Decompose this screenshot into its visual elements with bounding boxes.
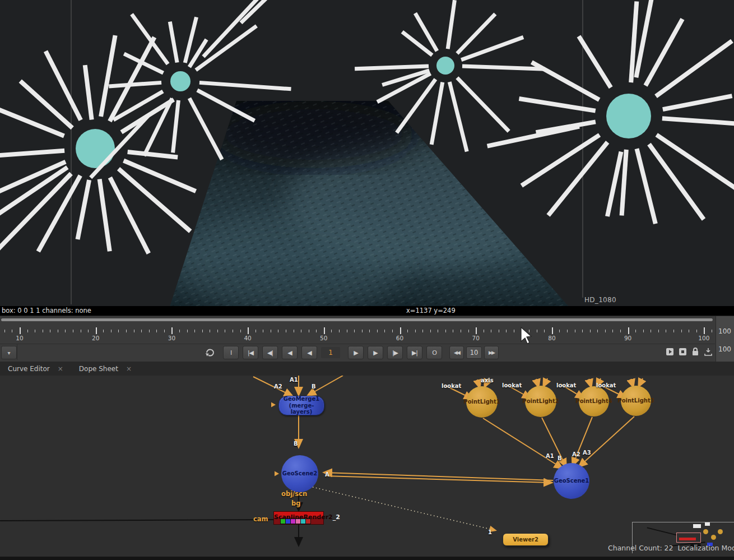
frame-range-button[interactable]: O (426, 346, 442, 359)
minimap-node (705, 522, 710, 526)
mark-in-button[interactable]: I (223, 346, 239, 359)
ruler-tick (134, 330, 134, 332)
timeline-scroll-track[interactable] (0, 317, 715, 322)
ruler-tick (263, 330, 263, 332)
port-label-b: B (312, 383, 316, 390)
tab-label: Curve Editor (8, 365, 50, 373)
node-graph-panel[interactable]: GeoMerge1(merge-layers)GeoScene2GeoScene… (0, 376, 734, 557)
ruler-tick (103, 330, 104, 332)
play-in-viewer-icon[interactable] (666, 348, 674, 356)
decrement-frame-button[interactable]: ◀◀ (449, 346, 464, 359)
ruler-tick (590, 330, 591, 332)
window-bottom-strip (0, 557, 734, 560)
lock-range-icon[interactable] (691, 347, 699, 356)
minimap-view-rect (676, 533, 701, 543)
ruler-tick (506, 330, 507, 332)
ruler-tick (141, 330, 142, 332)
channel-chip (305, 519, 311, 524)
ruler-tick (658, 330, 659, 332)
bbox-channels-readout: box: 0 0 1 1 channels: none (2, 307, 91, 314)
playback-loop-mode-icon[interactable] (204, 348, 217, 358)
ruler-tick (484, 330, 484, 332)
minimap-node (679, 538, 696, 540)
node-label-suffix: _2 (333, 513, 340, 521)
ruler-tick (58, 330, 58, 332)
ruler-tick-label: 90 (624, 335, 631, 341)
ruler-tick (612, 330, 613, 332)
port-label-b: B (294, 441, 298, 447)
goto-end-button[interactable]: ▶| (407, 346, 422, 359)
ruler-tick-label: 30 (168, 335, 175, 341)
status-bar-text: Channel Count: 22 Localization Mode: O (608, 544, 734, 552)
port-label-lookat: lookat (442, 383, 461, 389)
ruler-tick (415, 330, 416, 332)
port-label-a: A (325, 471, 329, 478)
prev-keyframe-button[interactable]: ◀| (262, 346, 278, 359)
play-forward-button[interactable]: ▶ (348, 346, 364, 359)
ruler-tick (126, 330, 127, 332)
tab-dope-sheet[interactable]: Dope Sheet × (71, 362, 140, 376)
ruler-tick (552, 327, 553, 334)
ruler-tick-label: 70 (472, 335, 480, 341)
ruler-tick (362, 330, 363, 332)
input-label-obj-scn: obj/scn (281, 490, 307, 498)
node-pointlight3[interactable]: PointLight3 (621, 386, 651, 416)
ruler-tick (20, 327, 21, 334)
step-forward-button[interactable]: ▶ (368, 346, 383, 359)
close-icon[interactable]: × (58, 365, 63, 373)
node-pointlight1[interactable]: PointLight1 (466, 386, 498, 418)
timeline-scrollbar[interactable] (1, 318, 713, 321)
frame-increment-field[interactable]: 10 (466, 346, 482, 359)
ruler-tick (422, 330, 423, 332)
current-frame-field[interactable]: 1 (321, 347, 340, 358)
node-pointlight4[interactable]: PointLight4 (579, 386, 609, 416)
3d-viewer-panel[interactable]: HD_1080 (0, 0, 734, 306)
close-icon[interactable]: × (126, 365, 132, 373)
ruler-tick (468, 330, 469, 332)
ruler-tick (217, 330, 218, 332)
next-keyframe-button[interactable]: |▶ (387, 346, 403, 359)
node-label: PointLight4 (575, 398, 612, 405)
node-geoscene1[interactable]: GeoScene1 (554, 463, 589, 499)
node-label: GeoMerge1 (284, 396, 319, 402)
playback-range-end-field[interactable]: 100 (718, 345, 734, 353)
node-pointlight2[interactable]: PointLight2 (525, 386, 556, 417)
ruler-tick (73, 330, 73, 332)
ruler-tick (666, 330, 666, 332)
tab-curve-editor[interactable]: Curve Editor × (0, 362, 71, 376)
ruler-tick (4, 330, 5, 332)
ruler-tick-label: 10 (16, 335, 23, 341)
ruler-tick (149, 330, 150, 332)
frame-range-from-viewer-icon[interactable] (704, 347, 713, 356)
ruler-tick (187, 330, 188, 332)
step-back-button[interactable]: ◀ (282, 346, 298, 359)
ruler-tick (202, 330, 203, 332)
node-geoscene2[interactable]: GeoScene2 (281, 455, 318, 492)
play-backward-button[interactable]: ◀ (301, 346, 317, 359)
ruler-tick (179, 330, 180, 332)
range-end-field[interactable]: 100 (718, 327, 734, 335)
ruler-tick (438, 330, 438, 332)
ruler-tick (567, 330, 568, 332)
ruler-tick-label: 50 (320, 335, 327, 341)
timeline-panel[interactable]: 102030405060708090100 ▾ I|◀◀|◀◀1▶▶|▶▶|O◀… (0, 316, 734, 362)
goto-start-button[interactable]: |◀ (243, 346, 258, 359)
node-label: Viewer2 (513, 536, 538, 543)
port-label-lookat: lookat (556, 382, 576, 388)
node-viewer2[interactable]: Viewer2 (503, 533, 549, 546)
timeline-view-menu[interactable]: ▾ (1, 346, 17, 359)
ruler-tick (635, 330, 636, 332)
node-sublabel: (merge-layers) (279, 402, 324, 415)
stop-icon[interactable] (679, 348, 687, 356)
increment-frame-button[interactable]: ▶▶ (484, 346, 499, 359)
node-label: GeoScene2 (282, 470, 318, 477)
ruler-tick (476, 327, 477, 334)
ruler-tick (286, 330, 286, 332)
node-geomerge1[interactable]: GeoMerge1(merge-layers) (278, 396, 324, 415)
ruler-tick (324, 327, 325, 334)
ruler-tick (347, 330, 347, 332)
ruler-tick (301, 330, 301, 332)
minimap-node (718, 529, 723, 534)
ruler-tick (430, 330, 431, 332)
ruler-tick (696, 330, 697, 332)
